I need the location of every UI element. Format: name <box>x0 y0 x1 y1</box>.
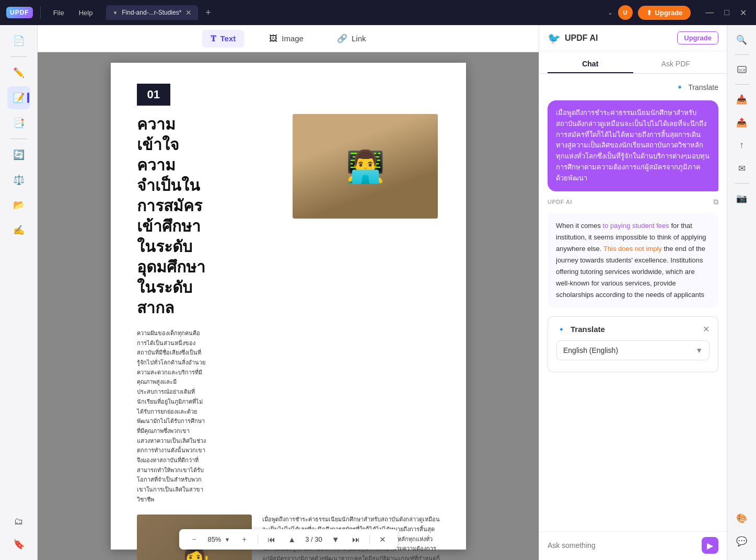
tabs-dropdown-icon[interactable]: ⌄ <box>608 9 613 16</box>
ai-upgrade-button[interactable]: Upgrade <box>677 31 718 44</box>
ai-content[interactable]: 🔹 Translate เมื่อพูดถึงการชำระค่าธรรมเนี… <box>539 74 727 531</box>
user-avatar[interactable]: U <box>618 5 633 20</box>
rsidebar-search[interactable]: 🔍 <box>731 29 752 50</box>
translate-box: 🔹 Translate ✕ English (English) ▼ <box>548 316 718 372</box>
menu-file[interactable]: File <box>48 7 69 19</box>
rsidebar-ocr[interactable]: DCR <box>731 59 752 80</box>
zoom-out-button[interactable]: － <box>187 533 201 545</box>
sidebar-item-document[interactable]: 📄 <box>7 29 30 52</box>
edit-toolbar: 𝐓 Text 🖼 Image 🔗 Link <box>38 25 539 52</box>
rsidebar-export[interactable]: 📤 <box>731 112 752 133</box>
active-tab[interactable]: ▼ Find-and-...r-Studies* ✕ <box>106 5 198 20</box>
pdf-viewer[interactable]: 01 ความเข้าใจความจำเป็นในการสมัครเข้าศึก… <box>38 52 539 560</box>
ai-panel: 🐦 UPDF AI Upgrade Chat Ask PDF 🔹 Transla… <box>539 25 727 560</box>
translate-box-title: 🔹 Translate <box>556 325 605 334</box>
ai-ask-input[interactable] <box>548 541 696 550</box>
translate-box-icon: 🔹 <box>556 325 566 334</box>
image-icon: 🖼 <box>269 34 277 43</box>
translate-header-row: 🔹 Translate <box>548 80 718 94</box>
rsidebar-bottom: 🎨 💬 <box>731 508 752 556</box>
menu-help[interactable]: Help <box>74 7 98 19</box>
ai-brand-name: UPDF AI <box>565 33 598 43</box>
tab-ask-pdf[interactable]: Ask PDF <box>633 55 719 73</box>
sidebar-item-convert[interactable]: 🔄 <box>7 143 30 166</box>
text-label: Text <box>220 34 236 43</box>
titlebar: UPDF File Help ▼ Find-and-...r-Studies* … <box>0 0 756 25</box>
page-text-block1: ความฝันของเด็กทุกคนคือการได้เป็นส่วนหนึ่… <box>137 328 207 504</box>
ai-brand-icon: 🐦 <box>548 32 561 44</box>
ai-send-button[interactable]: ▶ <box>702 537 718 554</box>
highlight-orange: This does not imply <box>603 245 662 253</box>
sidebar-item-pages[interactable]: 📑 <box>7 111 30 134</box>
person-image <box>293 114 438 219</box>
rsidebar-palette[interactable]: 🎨 <box>731 508 752 529</box>
main-layout: 📄 ✏️ 📝 📑 🔄 ⚖️ 📂 ✍️ 🗂 🔖 𝐓 Text 🖼 Image <box>0 25 756 560</box>
rsidebar-share[interactable]: ↑ <box>731 135 752 156</box>
rsidebar-divider-1 <box>735 54 749 55</box>
rsidebar-import[interactable]: 📥 <box>731 89 752 110</box>
rsidebar-mail[interactable]: ✉ <box>731 158 752 179</box>
page-image-top <box>293 114 438 219</box>
tab-close-icon[interactable]: ✕ <box>185 8 192 17</box>
zoom-display: 85% ▼ <box>207 535 231 544</box>
rsidebar-divider-2 <box>735 84 749 85</box>
zoom-in-button[interactable]: ＋ <box>237 533 251 545</box>
toolbar-link[interactable]: 🔗 Link <box>329 29 375 48</box>
sidebar-bottom: 🗂 🔖 <box>7 510 30 556</box>
first-page-button[interactable]: ⏮ <box>264 534 278 545</box>
minimize-button[interactable]: — <box>702 7 717 19</box>
sidebar-item-sign[interactable]: ✍️ <box>7 219 30 242</box>
right-sidebar: 🔍 DCR 📥 📤 ↑ ✉ 📷 🎨 💬 <box>727 25 756 560</box>
toolbar-image[interactable]: 🖼 Image <box>261 30 312 48</box>
language-label: English (English) <box>563 346 618 355</box>
upgrade-button[interactable]: ⬆ Upgrade <box>638 6 691 20</box>
language-selector[interactable]: English (English) ▼ <box>556 340 710 360</box>
page-number-badge: 01 <box>137 84 440 114</box>
close-button[interactable]: ✕ <box>737 7 750 19</box>
image-label: Image <box>282 34 304 43</box>
zoom-dropdown-button[interactable]: ▼ <box>223 535 231 544</box>
ocr-icon: DCR <box>737 64 747 75</box>
sidebar-divider-1 <box>10 56 27 57</box>
send-icon: ▶ <box>707 541 713 551</box>
left-sidebar: 📄 ✏️ 📝 📑 🔄 ⚖️ 📂 ✍️ 🗂 🔖 <box>0 25 38 560</box>
zoom-value: 85% <box>207 535 221 543</box>
pdf-page: 01 ความเข้าใจความจำเป็นในการสมัครเข้าศึก… <box>111 63 466 550</box>
bar-divider-2 <box>369 535 370 544</box>
titlebar-right: ⌄ U ⬆ Upgrade — □ ✕ <box>608 5 750 20</box>
maximize-button[interactable]: □ <box>721 7 732 19</box>
link-label: Link <box>352 34 366 43</box>
sidebar-item-bookmark[interactable]: 🔖 <box>7 533 30 556</box>
translate-box-title-text: Translate <box>571 325 605 334</box>
sidebar-item-compare[interactable]: ⚖️ <box>7 168 30 191</box>
ai-header: 🐦 UPDF AI Upgrade <box>539 25 727 51</box>
user-message-bubble: เมื่อพูดถึงการชำระค่าธรรมเนียมนักศึกษาสำ… <box>548 100 718 191</box>
page-display: 3 / 30 <box>305 535 322 543</box>
translate-box-header: 🔹 Translate ✕ <box>556 324 710 334</box>
sidebar-item-layers[interactable]: 🗂 <box>7 510 30 533</box>
translate-close-button[interactable]: ✕ <box>703 324 710 334</box>
toolbar-text[interactable]: 𝐓 Text <box>202 30 245 48</box>
ai-input-area: ▶ <box>539 531 727 560</box>
tab-add-button[interactable]: + <box>205 7 211 18</box>
close-bottombar-button[interactable]: ✕ <box>376 534 389 545</box>
sidebar-item-markup[interactable]: ✏️ <box>7 61 30 84</box>
ai-response-bubble: When it comes to paying student fees for… <box>548 213 718 308</box>
rsidebar-chat[interactable]: 💬 <box>731 531 752 552</box>
translate-label: Translate <box>688 83 718 92</box>
tab-chat[interactable]: Chat <box>548 55 633 73</box>
rsidebar-camera[interactable]: 📷 <box>731 188 752 209</box>
copy-icon[interactable]: ⧉ <box>713 198 719 207</box>
ai-tabs: Chat Ask PDF <box>539 51 727 74</box>
tab-dropdown-icon[interactable]: ▼ <box>112 10 118 16</box>
text-icon: 𝐓 <box>211 34 216 43</box>
last-page-button[interactable]: ⏭ <box>349 534 363 545</box>
active-indicator <box>27 93 29 103</box>
sidebar-item-edit[interactable]: 📝 <box>7 86 30 109</box>
tab-name: Find-and-...r-Studies* <box>122 9 181 16</box>
prev-page-button[interactable]: ▲ <box>285 534 299 545</box>
sidebar-item-organize[interactable]: 📂 <box>7 193 30 216</box>
highlight-purple: to paying student fees <box>603 222 669 230</box>
bar-divider-1 <box>258 535 258 544</box>
next-page-button[interactable]: ▼ <box>329 534 343 545</box>
